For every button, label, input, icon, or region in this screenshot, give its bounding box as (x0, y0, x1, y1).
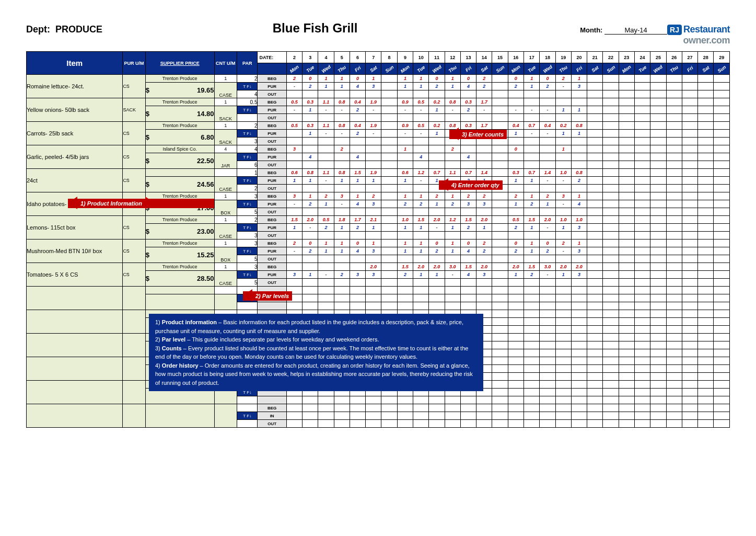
data-cell[interactable]: 1 (445, 83, 460, 90)
data-cell[interactable] (381, 169, 397, 177)
data-cell[interactable] (429, 279, 445, 287)
data-cell[interactable] (540, 318, 555, 326)
data-cell[interactable] (587, 232, 603, 240)
data-cell[interactable]: - (540, 271, 555, 279)
data-cell[interactable] (492, 161, 508, 169)
data-cell[interactable] (682, 287, 697, 294)
data-cell[interactable] (381, 287, 397, 294)
data-cell[interactable] (492, 232, 508, 240)
data-cell[interactable] (508, 365, 524, 373)
data-cell[interactable] (492, 240, 508, 247)
data-cell[interactable] (714, 389, 730, 396)
data-cell[interactable] (634, 247, 650, 255)
data-cell[interactable] (619, 114, 634, 122)
data-cell[interactable]: 2 (429, 192, 445, 200)
data-cell[interactable]: 2.0 (429, 216, 445, 224)
data-cell[interactable]: 2 (366, 192, 381, 200)
data-cell[interactable] (666, 247, 682, 255)
data-cell[interactable] (555, 287, 571, 294)
data-cell[interactable] (666, 240, 682, 247)
data-cell[interactable] (445, 294, 460, 302)
data-cell[interactable] (381, 396, 397, 404)
data-cell[interactable] (698, 192, 714, 200)
data-cell[interactable]: 1 (318, 247, 334, 255)
data-cell[interactable] (318, 232, 334, 240)
data-cell[interactable] (540, 185, 555, 192)
data-cell[interactable] (286, 153, 302, 161)
data-cell[interactable] (634, 326, 650, 334)
data-cell[interactable]: 0.9 (397, 98, 413, 106)
data-cell[interactable] (666, 208, 682, 216)
data-cell[interactable]: - (555, 83, 571, 90)
data-cell[interactable] (666, 114, 682, 122)
data-cell[interactable] (460, 420, 476, 428)
data-cell[interactable] (524, 279, 540, 287)
data-cell[interactable]: 2 (397, 271, 413, 279)
data-cell[interactable]: 1.5 (350, 169, 365, 177)
data-cell[interactable] (650, 349, 666, 357)
data-cell[interactable] (666, 263, 682, 271)
data-cell[interactable] (381, 232, 397, 240)
data-cell[interactable] (334, 412, 350, 420)
data-cell[interactable]: 1 (413, 247, 429, 255)
data-cell[interactable] (603, 357, 619, 365)
data-cell[interactable]: 0.5 (318, 216, 334, 224)
data-cell[interactable]: 1 (334, 224, 350, 232)
data-cell[interactable] (571, 153, 587, 161)
data-cell[interactable] (587, 185, 603, 192)
data-cell[interactable] (682, 106, 697, 114)
data-cell[interactable] (413, 404, 429, 412)
data-cell[interactable]: - (397, 130, 413, 138)
data-cell[interactable] (429, 420, 445, 428)
data-cell[interactable] (508, 420, 524, 428)
data-cell[interactable] (524, 255, 540, 263)
data-cell[interactable] (634, 83, 650, 90)
data-cell[interactable] (540, 326, 555, 334)
data-cell[interactable]: 1 (303, 192, 318, 200)
data-cell[interactable] (334, 287, 350, 294)
data-cell[interactable] (682, 75, 697, 83)
data-cell[interactable] (650, 98, 666, 106)
data-cell[interactable] (571, 334, 587, 341)
data-cell[interactable] (619, 420, 634, 428)
data-cell[interactable] (603, 75, 619, 83)
data-cell[interactable]: 1 (555, 106, 571, 114)
data-cell[interactable]: 0 (460, 240, 476, 247)
data-cell[interactable] (445, 302, 460, 310)
data-cell[interactable] (650, 232, 666, 240)
data-cell[interactable] (714, 216, 730, 224)
data-cell[interactable] (571, 381, 587, 389)
data-cell[interactable] (508, 357, 524, 365)
data-cell[interactable] (492, 216, 508, 224)
data-cell[interactable] (286, 255, 302, 263)
data-cell[interactable] (587, 122, 603, 130)
data-cell[interactable] (524, 341, 540, 349)
data-cell[interactable] (666, 138, 682, 145)
data-cell[interactable] (571, 161, 587, 169)
data-cell[interactable] (508, 310, 524, 318)
data-cell[interactable] (540, 98, 555, 106)
data-cell[interactable]: 1.5 (397, 263, 413, 271)
data-cell[interactable] (714, 302, 730, 310)
data-cell[interactable]: 2 (460, 224, 476, 232)
data-cell[interactable] (714, 271, 730, 279)
data-cell[interactable] (492, 153, 508, 161)
data-cell[interactable] (698, 302, 714, 310)
data-cell[interactable] (650, 365, 666, 373)
data-cell[interactable] (555, 373, 571, 381)
data-cell[interactable] (571, 318, 587, 326)
data-cell[interactable] (524, 208, 540, 216)
data-cell[interactable] (587, 224, 603, 232)
data-cell[interactable]: 2 (303, 83, 318, 90)
data-cell[interactable] (682, 169, 697, 177)
data-cell[interactable] (698, 404, 714, 412)
data-cell[interactable] (714, 232, 730, 240)
data-cell[interactable] (508, 138, 524, 145)
data-cell[interactable]: 2 (555, 240, 571, 247)
data-cell[interactable] (555, 389, 571, 396)
data-cell[interactable] (381, 255, 397, 263)
data-cell[interactable] (714, 341, 730, 349)
data-cell[interactable] (634, 224, 650, 232)
data-cell[interactable]: - (318, 177, 334, 185)
data-cell[interactable] (366, 294, 381, 302)
